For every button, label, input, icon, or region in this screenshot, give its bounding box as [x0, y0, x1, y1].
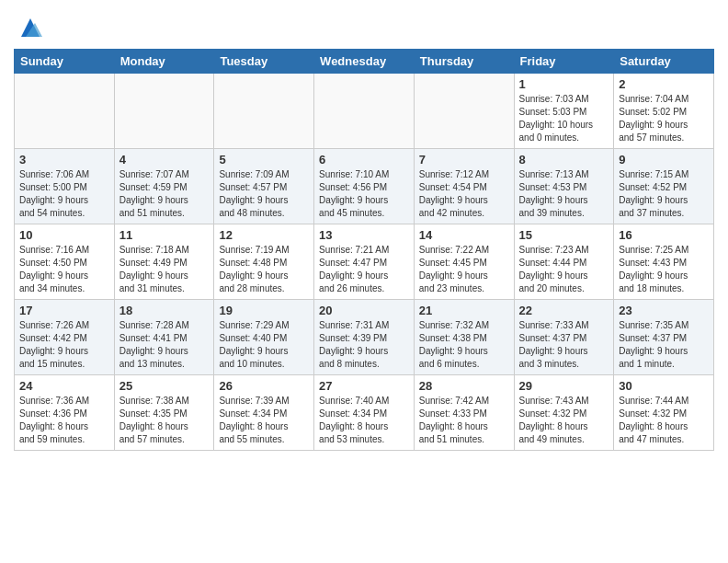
- calendar-cell: 4Sunrise: 7:07 AM Sunset: 4:59 PM Daylig…: [114, 149, 214, 224]
- weekday-header-saturday: Saturday: [614, 50, 714, 74]
- calendar-cell: 16Sunrise: 7:25 AM Sunset: 4:43 PM Dayli…: [614, 224, 714, 300]
- day-number: 17: [19, 304, 109, 317]
- day-number: 26: [219, 379, 309, 393]
- calendar-cell: 3Sunrise: 7:06 AM Sunset: 5:00 PM Daylig…: [15, 149, 115, 224]
- day-info: Sunrise: 7:43 AM Sunset: 4:32 PM Dayligh…: [519, 395, 609, 446]
- day-number: 14: [419, 228, 509, 242]
- day-number: 23: [619, 304, 709, 317]
- day-info: Sunrise: 7:18 AM Sunset: 4:49 PM Dayligh…: [119, 244, 210, 295]
- day-number: 29: [519, 379, 609, 393]
- calendar-cell: 30Sunrise: 7:44 AM Sunset: 4:32 PM Dayli…: [614, 375, 714, 451]
- day-number: 6: [319, 153, 409, 167]
- week-row-3: 10Sunrise: 7:16 AM Sunset: 4:50 PM Dayli…: [15, 224, 714, 300]
- day-info: Sunrise: 7:10 AM Sunset: 4:56 PM Dayligh…: [319, 168, 409, 220]
- calendar-cell: 12Sunrise: 7:19 AM Sunset: 4:48 PM Dayli…: [214, 224, 314, 300]
- day-number: 30: [619, 379, 709, 393]
- calendar-cell: 26Sunrise: 7:39 AM Sunset: 4:34 PM Dayli…: [214, 375, 314, 451]
- day-number: 21: [419, 304, 509, 317]
- weekday-header-tuesday: Tuesday: [214, 50, 314, 74]
- calendar-cell: 27Sunrise: 7:40 AM Sunset: 4:34 PM Dayli…: [314, 375, 415, 451]
- calendar-cell: 7Sunrise: 7:12 AM Sunset: 4:54 PM Daylig…: [414, 149, 514, 224]
- calendar-cell: 2Sunrise: 7:04 AM Sunset: 5:02 PM Daylig…: [614, 74, 714, 149]
- day-info: Sunrise: 7:06 AM Sunset: 5:00 PM Dayligh…: [19, 168, 109, 220]
- calendar-cell: 8Sunrise: 7:13 AM Sunset: 4:53 PM Daylig…: [514, 149, 614, 224]
- page-container: SundayMondayTuesdayWednesdayThursdayFrid…: [0, 0, 728, 460]
- day-info: Sunrise: 7:04 AM Sunset: 5:02 PM Dayligh…: [619, 93, 709, 144]
- calendar-cell: 1Sunrise: 7:03 AM Sunset: 5:03 PM Daylig…: [514, 74, 614, 149]
- calendar-cell: [314, 74, 415, 149]
- day-info: Sunrise: 7:03 AM Sunset: 5:03 PM Dayligh…: [519, 93, 609, 144]
- logo: [14, 14, 44, 41]
- day-number: 13: [319, 228, 409, 242]
- day-info: Sunrise: 7:35 AM Sunset: 4:37 PM Dayligh…: [619, 319, 709, 371]
- day-number: 27: [319, 379, 409, 393]
- weekday-header-sunday: Sunday: [15, 50, 115, 74]
- day-number: 8: [519, 153, 609, 167]
- day-info: Sunrise: 7:38 AM Sunset: 4:35 PM Dayligh…: [119, 395, 210, 446]
- day-number: 9: [619, 153, 709, 167]
- calendar-cell: 28Sunrise: 7:42 AM Sunset: 4:33 PM Dayli…: [414, 375, 514, 451]
- day-number: 5: [219, 153, 309, 167]
- day-info: Sunrise: 7:16 AM Sunset: 4:50 PM Dayligh…: [19, 244, 109, 295]
- day-info: Sunrise: 7:25 AM Sunset: 4:43 PM Dayligh…: [619, 244, 709, 295]
- week-row-5: 24Sunrise: 7:36 AM Sunset: 4:36 PM Dayli…: [15, 375, 714, 451]
- day-info: Sunrise: 7:32 AM Sunset: 4:38 PM Dayligh…: [419, 319, 509, 371]
- calendar-cell: 24Sunrise: 7:36 AM Sunset: 4:36 PM Dayli…: [15, 375, 115, 451]
- day-info: Sunrise: 7:22 AM Sunset: 4:45 PM Dayligh…: [419, 244, 509, 295]
- calendar-cell: 9Sunrise: 7:15 AM Sunset: 4:52 PM Daylig…: [614, 149, 714, 224]
- calendar-cell: 14Sunrise: 7:22 AM Sunset: 4:45 PM Dayli…: [414, 224, 514, 300]
- day-info: Sunrise: 7:28 AM Sunset: 4:41 PM Dayligh…: [119, 319, 210, 371]
- day-info: Sunrise: 7:15 AM Sunset: 4:52 PM Dayligh…: [619, 168, 709, 220]
- day-info: Sunrise: 7:26 AM Sunset: 4:42 PM Dayligh…: [19, 319, 109, 371]
- week-row-1: 1Sunrise: 7:03 AM Sunset: 5:03 PM Daylig…: [15, 74, 714, 149]
- calendar-cell: 21Sunrise: 7:32 AM Sunset: 4:38 PM Dayli…: [414, 300, 514, 375]
- calendar-cell: [214, 74, 314, 149]
- calendar-cell: 6Sunrise: 7:10 AM Sunset: 4:56 PM Daylig…: [314, 149, 415, 224]
- calendar-cell: [414, 74, 514, 149]
- day-info: Sunrise: 7:40 AM Sunset: 4:34 PM Dayligh…: [319, 395, 409, 446]
- calendar-cell: 20Sunrise: 7:31 AM Sunset: 4:39 PM Dayli…: [314, 300, 415, 375]
- calendar-cell: 17Sunrise: 7:26 AM Sunset: 4:42 PM Dayli…: [15, 300, 115, 375]
- day-info: Sunrise: 7:23 AM Sunset: 4:44 PM Dayligh…: [519, 244, 609, 295]
- logo-icon: [17, 14, 44, 41]
- calendar-cell: 25Sunrise: 7:38 AM Sunset: 4:35 PM Dayli…: [114, 375, 214, 451]
- day-number: 7: [419, 153, 509, 167]
- calendar-cell: [15, 74, 115, 149]
- calendar-cell: 18Sunrise: 7:28 AM Sunset: 4:41 PM Dayli…: [114, 300, 214, 375]
- day-number: 11: [119, 228, 210, 242]
- day-number: 24: [19, 379, 109, 393]
- day-number: 20: [319, 304, 409, 317]
- day-info: Sunrise: 7:31 AM Sunset: 4:39 PM Dayligh…: [319, 319, 409, 371]
- day-info: Sunrise: 7:19 AM Sunset: 4:48 PM Dayligh…: [219, 244, 309, 295]
- calendar-table: SundayMondayTuesdayWednesdayThursdayFrid…: [14, 49, 714, 451]
- day-number: 22: [519, 304, 609, 317]
- day-info: Sunrise: 7:07 AM Sunset: 4:59 PM Dayligh…: [119, 168, 210, 220]
- day-info: Sunrise: 7:36 AM Sunset: 4:36 PM Dayligh…: [19, 395, 109, 446]
- calendar-cell: 19Sunrise: 7:29 AM Sunset: 4:40 PM Dayli…: [214, 300, 314, 375]
- day-number: 10: [19, 228, 109, 242]
- calendar-cell: 10Sunrise: 7:16 AM Sunset: 4:50 PM Dayli…: [15, 224, 115, 300]
- day-number: 16: [619, 228, 709, 242]
- day-number: 1: [519, 77, 609, 91]
- day-info: Sunrise: 7:29 AM Sunset: 4:40 PM Dayligh…: [219, 319, 309, 371]
- day-number: 19: [219, 304, 309, 317]
- calendar-cell: 23Sunrise: 7:35 AM Sunset: 4:37 PM Dayli…: [614, 300, 714, 375]
- week-row-2: 3Sunrise: 7:06 AM Sunset: 5:00 PM Daylig…: [15, 149, 714, 224]
- weekday-header-row: SundayMondayTuesdayWednesdayThursdayFrid…: [15, 50, 714, 74]
- calendar-cell: 11Sunrise: 7:18 AM Sunset: 4:49 PM Dayli…: [114, 224, 214, 300]
- weekday-header-friday: Friday: [514, 50, 614, 74]
- day-info: Sunrise: 7:42 AM Sunset: 4:33 PM Dayligh…: [419, 395, 509, 446]
- day-number: 2: [619, 77, 709, 91]
- day-number: 18: [119, 304, 210, 317]
- day-info: Sunrise: 7:44 AM Sunset: 4:32 PM Dayligh…: [619, 395, 709, 446]
- calendar-cell: [114, 74, 214, 149]
- day-number: 4: [119, 153, 210, 167]
- day-info: Sunrise: 7:33 AM Sunset: 4:37 PM Dayligh…: [519, 319, 609, 371]
- day-number: 25: [119, 379, 210, 393]
- header: [14, 9, 714, 41]
- day-number: 3: [19, 153, 109, 167]
- day-info: Sunrise: 7:13 AM Sunset: 4:53 PM Dayligh…: [519, 168, 609, 220]
- calendar-cell: 15Sunrise: 7:23 AM Sunset: 4:44 PM Dayli…: [514, 224, 614, 300]
- calendar-cell: 5Sunrise: 7:09 AM Sunset: 4:57 PM Daylig…: [214, 149, 314, 224]
- day-number: 15: [519, 228, 609, 242]
